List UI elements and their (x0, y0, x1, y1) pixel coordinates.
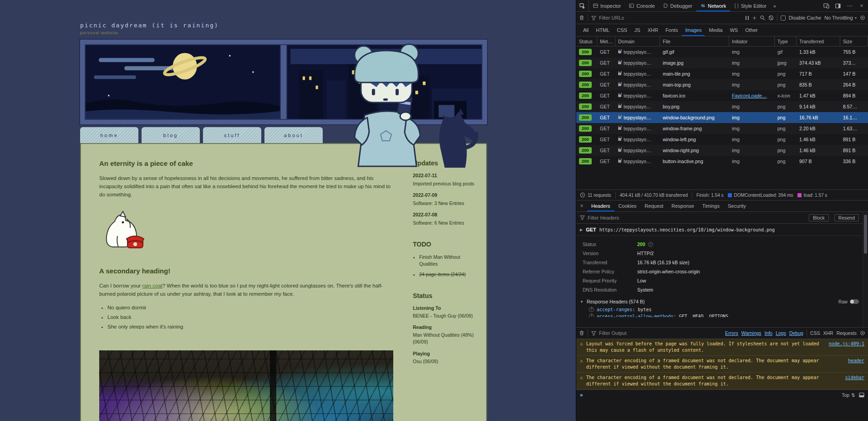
search-icon[interactable] (760, 15, 765, 21)
filter-xhr[interactable]: XHR (823, 330, 833, 336)
filter-logs[interactable]: Logs (776, 330, 786, 336)
disable-cache-label[interactable]: Disable Cache (789, 15, 822, 21)
clear-console-icon[interactable] (579, 330, 584, 336)
more-tabs-icon[interactable]: » (771, 0, 779, 11)
tab-console[interactable]: Console (625, 0, 659, 11)
filter-headers-input[interactable] (588, 215, 803, 221)
console-warning[interactable]: ⚠ The character encoding of a framed doc… (576, 373, 868, 390)
column-header-transferred[interactable]: Transferred (797, 36, 840, 46)
disable-cache-checkbox[interactable] (781, 15, 786, 21)
throttling-select[interactable]: No Throttling ▾ (824, 15, 857, 21)
filter-html[interactable]: HTML (593, 24, 613, 36)
request-type: png (775, 126, 797, 131)
request-summary-line[interactable]: ▶ GET https://teppyslayouts.neocities.or… (576, 224, 863, 236)
filter-requests[interactable]: Requests (837, 330, 857, 336)
tab-network[interactable]: Network (696, 0, 730, 11)
evaluation-context-select[interactable]: Top ⇅ (842, 392, 855, 398)
filter-debug[interactable]: Debug (789, 330, 803, 336)
filter-output-input[interactable] (599, 330, 722, 336)
block-button[interactable]: Block (809, 214, 829, 221)
scrollbar-thumb[interactable] (864, 215, 867, 254)
console-warning[interactable]: ⚠ Layout was forced before the page was … (576, 339, 868, 356)
column-header-domain[interactable]: Domain (615, 36, 660, 46)
table-row[interactable]: 200 GET teppyslayo… main-top.png img png… (576, 79, 868, 90)
update-text: Software: 3 New Entries (413, 200, 479, 207)
dock-side-icon[interactable] (832, 0, 843, 11)
table-row[interactable]: 200 GET teppyslayo… gif.gif img gif 1.33… (576, 46, 868, 57)
split-console-icon[interactable] (859, 392, 864, 398)
table-row[interactable]: 200 GET teppyslayo… window-right.png img… (576, 145, 868, 156)
filter-ws[interactable]: WS (726, 24, 741, 36)
filter-js[interactable]: JS (631, 24, 644, 36)
clear-requests-icon[interactable] (579, 15, 584, 21)
raw-toggle[interactable] (850, 299, 859, 304)
help-icon[interactable]: ? (648, 242, 653, 247)
console-input-row[interactable]: » Top ⇅ (576, 390, 868, 400)
response-headers-section[interactable]: ▼ Response Headers (574 B) Raw (576, 297, 863, 306)
table-row-selected[interactable]: 200 GET teppyslayo… window-background.pn… (576, 112, 868, 123)
column-header-method[interactable]: Met… (597, 36, 615, 46)
network-settings-icon[interactable] (860, 15, 865, 21)
console-warning[interactable]: ⚠ The character encoding of a framed doc… (576, 356, 868, 373)
table-row[interactable]: 200 GET teppyslayo… window-frame.png img… (576, 123, 868, 134)
nav-tab-home[interactable]: home (80, 127, 138, 143)
tab-debugger[interactable]: Debugger (659, 0, 696, 11)
column-header-type[interactable]: Type (775, 36, 797, 46)
tab-headers[interactable]: Headers (587, 200, 614, 211)
nav-tab-stuff[interactable]: stuff (203, 127, 261, 143)
close-devtools-icon[interactable]: × (856, 0, 867, 11)
article-bullet-list: No quiero dormir Look back She only slee… (107, 305, 391, 329)
filter-fonts[interactable]: Fonts (662, 24, 681, 36)
tab-request[interactable]: Request (640, 200, 667, 211)
column-header-size[interactable]: Size (840, 36, 868, 46)
warning-source-link[interactable]: sidebar (845, 375, 864, 381)
request-file: window-left.png (660, 137, 729, 142)
request-blocking-icon[interactable] (768, 15, 774, 21)
table-row[interactable]: 200 GET teppyslayo… window-left.png img … (576, 134, 868, 145)
tab-response[interactable]: Response (667, 200, 698, 211)
filter-css[interactable]: CSS (810, 330, 820, 336)
nav-tab-about[interactable]: about (264, 127, 323, 143)
filter-media[interactable]: Media (706, 24, 726, 36)
console-settings-icon[interactable] (860, 330, 865, 336)
nav-tab-blog[interactable]: blog (142, 127, 200, 143)
tab-style-editor[interactable]: { } Style Editor (730, 0, 771, 11)
table-row[interactable]: 200 GET teppyslayo… main-tile.png img pn… (576, 68, 868, 79)
resend-button[interactable]: Resend (834, 214, 859, 221)
column-header-file[interactable]: File (660, 36, 729, 46)
meatball-menu-icon[interactable]: ⋯ (844, 0, 855, 11)
lock-icon (618, 94, 621, 97)
rain-coat-link[interactable]: rain coat (142, 283, 162, 288)
table-row[interactable]: 200 GET teppyslayo… image.jpg img jpeg 3… (576, 57, 868, 68)
filter-images[interactable]: Images (682, 24, 705, 36)
new-request-icon[interactable]: + (752, 14, 756, 21)
filter-errors[interactable]: Errors (725, 330, 738, 336)
filter-warnings[interactable]: Warnings (741, 330, 761, 336)
filter-urls-input[interactable] (599, 15, 742, 21)
filter-xhr[interactable]: XHR (645, 24, 661, 36)
filter-output-box (591, 330, 722, 336)
table-row[interactable]: 200 GET teppyslayo… favicon.ico FaviconL… (576, 90, 868, 101)
filter-other[interactable]: Other (742, 24, 761, 36)
tab-security[interactable]: Security (724, 200, 750, 211)
table-row[interactable]: 200 GET teppyslayo… boy.png img png 9.14… (576, 101, 868, 112)
tab-inspector[interactable]: Inspector (589, 0, 625, 11)
filter-info[interactable]: Info (765, 330, 773, 336)
request-method: GET (597, 137, 615, 142)
filter-css[interactable]: CSS (614, 24, 630, 36)
responsive-design-icon[interactable] (821, 0, 832, 11)
scrollbar[interactable] (863, 212, 868, 327)
close-details-icon[interactable]: × (576, 200, 587, 211)
filter-all[interactable]: All (580, 24, 592, 36)
warning-source-link[interactable]: node.js:409:1 (829, 341, 864, 347)
column-header-initiator[interactable]: Initiator (729, 36, 775, 46)
table-row[interactable]: 200 GET teppyslayo… button-inactive.png … (576, 156, 868, 167)
pick-element-icon[interactable] (576, 0, 589, 11)
pause-traffic-icon[interactable] (745, 16, 750, 20)
help-icon[interactable]: ? (589, 307, 594, 312)
initiator-link[interactable]: FaviconLoade… (732, 93, 766, 98)
tab-timings[interactable]: Timings (698, 200, 724, 211)
column-header-status[interactable]: Status (576, 36, 597, 46)
warning-source-link[interactable]: header (848, 358, 864, 364)
tab-cookies[interactable]: Cookies (614, 200, 641, 211)
